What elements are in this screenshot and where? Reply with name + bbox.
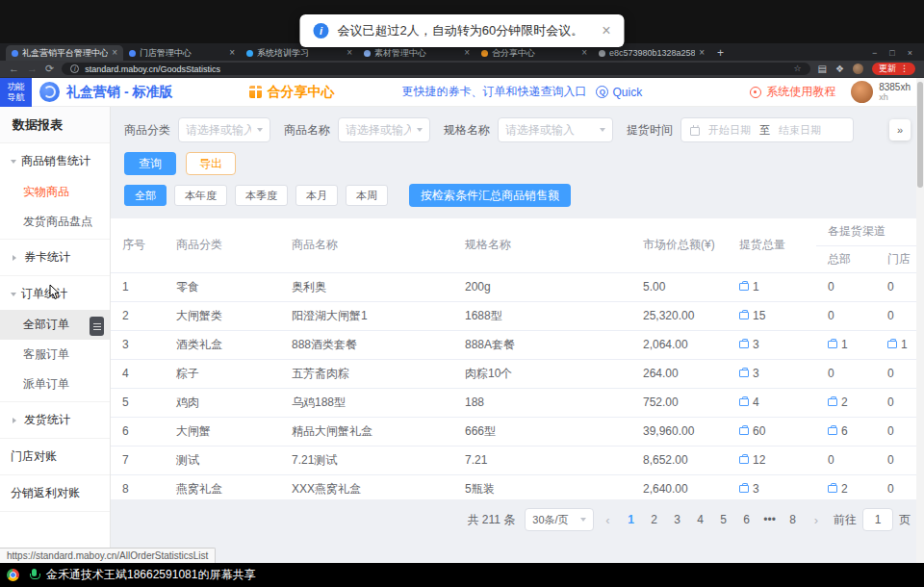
pickup-icon	[828, 485, 837, 493]
spec-select[interactable]: 请选择或输入	[498, 117, 613, 142]
function-nav-toggle[interactable]: 功能导航	[0, 78, 32, 107]
sidebar-group[interactable]: 门店对账	[0, 441, 110, 472]
page-number[interactable]: 4	[691, 511, 710, 528]
page-size-select[interactable]: 30条/页	[525, 508, 594, 531]
page-number[interactable]: 2	[645, 511, 664, 528]
browser-tab[interactable]: e8c573980b1328a258fd2e6l×	[593, 45, 710, 61]
tab-close-icon[interactable]: ×	[229, 48, 235, 58]
page-ellipsis[interactable]: •••	[760, 511, 780, 528]
sidebar-item[interactable]: 派单订单	[0, 370, 110, 399]
page-number[interactable]: 8	[783, 511, 803, 528]
table-cell: 2	[816, 474, 876, 499]
table-cell: 3	[111, 330, 165, 359]
table-cell: 25,320.00	[631, 301, 728, 330]
page-input[interactable]: 1	[862, 508, 893, 531]
site-info-icon[interactable]: i	[70, 64, 79, 73]
prev-page-icon[interactable]: ‹	[603, 514, 611, 526]
tab-close-icon[interactable]: ×	[581, 48, 587, 58]
sidebar-item[interactable]: 客服订单	[0, 340, 110, 370]
close-icon[interactable]: ×	[908, 48, 912, 58]
forward-icon[interactable]: →	[27, 64, 38, 74]
app-header: 功能导航 礼盒营销 - 标准版 合分享中心 更快捷的券卡、订单和快递查询入口 Q…	[0, 78, 924, 107]
pagination: 共 211 条 30条/页 ‹ 123456•••8 › 前往 1 页	[111, 508, 924, 531]
pickup-value: 1	[841, 338, 848, 351]
sidebar-item[interactable]: 发货商品盘点	[0, 207, 110, 237]
quick-search-link[interactable]: Q Quick	[596, 86, 642, 99]
browser-tab[interactable]: 素材管理中心×	[358, 45, 475, 61]
tab-favicon-icon	[12, 50, 18, 57]
category-select[interactable]: 请选择或输入	[178, 117, 270, 142]
chevron-right-icon	[13, 418, 19, 423]
sidebar-group[interactable]: 分销返利对账	[0, 477, 110, 509]
pickup-value: 2	[841, 396, 848, 409]
table-row: 3酒类礼盒888酒类套餐888A套餐2,064.00311	[111, 330, 924, 359]
quick-range-chip[interactable]: 本月	[295, 185, 338, 206]
action-bar: 查询 导出	[111, 152, 924, 175]
extensions-icon[interactable]: ❖	[835, 64, 844, 74]
summary-button[interactable]: 按检索条件汇总商品销售额	[409, 184, 571, 207]
search-button[interactable]: 查询	[124, 152, 176, 175]
bookmark-star-icon[interactable]: ☆	[794, 64, 802, 73]
kebab-menu-icon[interactable]: ⋮	[900, 64, 909, 73]
browser-tab[interactable]: 礼盒营销平台管理中心×	[6, 45, 123, 61]
minimize-icon[interactable]: −	[872, 48, 877, 58]
table-cell: 1	[728, 272, 816, 301]
scrollbar[interactable]	[916, 78, 924, 563]
tutorial-link[interactable]: 系统使用教程	[750, 84, 835, 100]
table-cell: 188	[453, 388, 631, 417]
table-cell: 5瓶装	[453, 474, 631, 499]
sidebar-group[interactable]: 商品销售统计	[0, 145, 110, 177]
collapse-panel-button[interactable]: »	[889, 119, 911, 140]
address-bar[interactable]: i standard.maboy.cn/GoodsStatistics ☆	[62, 63, 809, 75]
profile-avatar[interactable]	[853, 64, 863, 74]
table-row: 6大闸蟹精品大闸蟹礼盒666型39,960.006060	[111, 417, 924, 446]
table-cell: 零食	[165, 272, 280, 301]
tab-close-icon[interactable]: ×	[699, 48, 705, 58]
table-cell: 7.21	[453, 446, 631, 474]
quick-range-chip[interactable]: 本季度	[235, 185, 288, 206]
new-tab-button[interactable]: +	[717, 47, 724, 59]
export-button[interactable]: 导出	[186, 152, 236, 175]
page-number[interactable]: 6	[737, 511, 757, 528]
next-page-icon[interactable]: ›	[812, 514, 820, 526]
tab-close-icon[interactable]: ×	[464, 48, 470, 58]
date-range-picker[interactable]: 开始日期 至 结束日期	[680, 117, 854, 142]
sidebar-item[interactable]: 实物商品	[0, 177, 110, 207]
browser-tab[interactable]: 门店管理中心×	[123, 45, 241, 61]
user-menu[interactable]: 8385xh xh	[851, 81, 911, 103]
tab-close-icon[interactable]: ×	[112, 48, 117, 58]
quick-range-chip[interactable]: 本周	[346, 185, 388, 206]
back-icon[interactable]: ←	[9, 64, 19, 74]
name-select[interactable]: 请选择或输入	[338, 117, 430, 142]
maximize-icon[interactable]: □	[889, 48, 894, 58]
table-cell: 0	[816, 272, 876, 301]
tab-close-icon[interactable]: ×	[346, 48, 352, 58]
share-center-link[interactable]: 合分享中心	[249, 84, 334, 101]
table-cell: 2	[816, 388, 876, 417]
table-cell: 8,652.00	[631, 446, 728, 474]
sidebar-group-label: 发货统计	[24, 412, 70, 428]
update-button[interactable]: 更新 ⋮	[872, 63, 915, 75]
page-unit-label: 页	[899, 512, 911, 528]
table-row: 2大闸蟹类阳澄湖大闸蟹11688型25,320.001500	[111, 301, 924, 330]
quick-range-group: 全部本年度本季度本月本周	[124, 185, 388, 206]
table-cell: 粽子	[165, 359, 280, 388]
table-row: 8燕窝礼盒XXX燕窝礼盒5瓶装2,640.00320	[111, 474, 924, 499]
close-icon[interactable]: ×	[602, 23, 610, 38]
pickup-value: 4	[753, 396, 759, 409]
reload-icon[interactable]: ⟳	[45, 64, 54, 74]
sidebar-group[interactable]: 订单统计	[0, 278, 110, 310]
sidebar-group[interactable]: 券卡统计	[0, 242, 110, 273]
quick-range-chip[interactable]: 全部	[124, 185, 167, 206]
sidebar-group[interactable]: 发货统计	[0, 404, 110, 436]
browser-tab[interactable]: 合分享中心×	[475, 45, 593, 61]
browser-tab[interactable]: 系统培训学习×	[241, 45, 358, 61]
page-number[interactable]: 3	[668, 511, 687, 528]
quick-range-chip[interactable]: 本年度	[174, 185, 227, 206]
category-filter-label: 商品分类	[124, 122, 170, 139]
page-number[interactable]: 5	[714, 511, 733, 528]
side-panel-icon[interactable]: ▤	[818, 64, 827, 74]
scrollbar-thumb[interactable]	[917, 82, 923, 188]
page-number[interactable]: 1	[622, 511, 641, 528]
drawer-handle[interactable]	[90, 317, 104, 336]
